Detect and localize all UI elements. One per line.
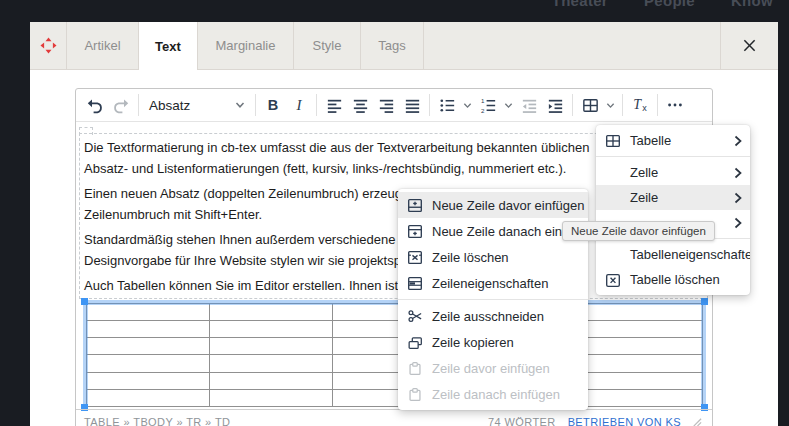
table-cell[interactable] <box>579 372 702 389</box>
toolbar-separator <box>138 94 139 116</box>
clear-formatting-button[interactable]: Tx <box>627 92 653 118</box>
italic-button[interactable]: I <box>286 92 312 118</box>
align-right-icon <box>377 96 396 115</box>
numbered-list-button[interactable]: 1 2 <box>475 92 501 118</box>
editor-toolbar: Absatz B I <box>76 89 712 122</box>
align-justify-icon <box>403 96 422 115</box>
toolbar-separator <box>622 94 623 116</box>
table-row <box>87 321 703 338</box>
bullet-list-icon <box>438 96 457 115</box>
numbered-list-chevron[interactable] <box>501 92 516 118</box>
content-table[interactable] <box>86 303 703 407</box>
table-cell[interactable] <box>87 338 210 355</box>
table-resize-handle[interactable] <box>81 298 88 305</box>
tab-spacer <box>424 22 721 70</box>
menu-item-zeile-ausschneiden[interactable]: Zeile ausschneiden <box>398 303 588 329</box>
menu-item-neue-zeile-danach[interactable]: Neue Zeile danach einfügen <box>398 218 588 244</box>
outdent-icon <box>520 96 539 115</box>
table-cell[interactable] <box>210 372 333 389</box>
table-chevron[interactable] <box>603 92 618 118</box>
format-select[interactable]: Absatz <box>143 92 251 118</box>
table-icon <box>581 96 600 115</box>
clear-formatting-sub: x <box>642 103 647 113</box>
table-cell[interactable] <box>87 304 210 321</box>
close-button[interactable] <box>721 22 778 70</box>
more-button[interactable] <box>662 92 688 118</box>
tab-tags[interactable]: Tags <box>361 22 424 70</box>
paste-icon <box>406 385 426 403</box>
table-cell[interactable] <box>579 355 702 372</box>
italic-label: I <box>297 97 302 114</box>
tab-marginalie[interactable]: Marginalie <box>198 22 294 70</box>
menu-item-label: Zeile <box>630 190 658 205</box>
tab-artikel[interactable]: Artikel <box>67 22 139 70</box>
indent-button[interactable] <box>542 92 568 118</box>
table-cell[interactable] <box>87 355 210 372</box>
numbered-list-icon: 1 2 <box>479 96 498 115</box>
chevron-down-icon <box>463 101 472 110</box>
menu-item-tabelle-loeschen[interactable]: Tabelle löschen <box>596 267 750 292</box>
menu-item-neue-zeile-davor[interactable]: Neue Zeile davor einfügen <box>398 192 588 218</box>
menu-item-zeile-danach-einfuegen: Zeile danach einfügen <box>398 381 588 407</box>
table-cell[interactable] <box>210 321 333 338</box>
menu-item-zeile-loeschen[interactable]: Zeile löschen <box>398 244 588 270</box>
chevron-right-icon <box>734 167 742 179</box>
element-path[interactable]: TABLE » TBODY » TR » TD <box>84 416 488 426</box>
tab-text[interactable]: Text <box>139 22 198 70</box>
toolbar-separator <box>657 94 658 116</box>
clear-formatting-label: T <box>633 97 641 113</box>
table-cell[interactable] <box>210 304 333 321</box>
tab-style[interactable]: Style <box>294 22 361 70</box>
insert-row-below-icon <box>406 222 426 240</box>
chevron-down-icon <box>504 101 513 110</box>
align-left-button[interactable] <box>321 92 347 118</box>
align-right-button[interactable] <box>373 92 399 118</box>
table-row <box>87 355 703 372</box>
table-cell[interactable] <box>579 321 702 338</box>
bg-nav-item: Know <box>731 0 773 9</box>
table-cell[interactable] <box>87 389 210 406</box>
menu-item-zeile-davor-einfuegen: Zeile davor einfügen <box>398 355 588 381</box>
menu-item-zeile-kopieren[interactable]: Zeile kopieren <box>398 329 588 355</box>
menu-item-tabelle[interactable]: Tabelle <box>596 128 750 153</box>
bold-button[interactable]: B <box>260 92 286 118</box>
table-row <box>87 304 703 321</box>
menu-item-zeile[interactable]: Zeile <box>596 185 750 210</box>
bullet-list-chevron[interactable] <box>460 92 475 118</box>
menu-item-zeileneigenschaften[interactable]: Zeileneigenschaften <box>398 270 588 296</box>
table-cell[interactable] <box>579 389 702 406</box>
ellipsis-icon <box>666 96 684 114</box>
outdent-button[interactable] <box>516 92 542 118</box>
row-submenu: Neue Zeile davor einfügen Neue Zeile dan… <box>398 189 588 410</box>
table-button[interactable] <box>577 92 603 118</box>
toolbar-separator <box>316 94 317 116</box>
menu-item-label: Zeile kopieren <box>432 335 514 350</box>
table-menu: Tabelle Zelle Zeile Tabelleneigenschafte… <box>596 125 750 295</box>
table-resize-handle[interactable] <box>701 298 708 305</box>
move-handle[interactable] <box>30 22 67 70</box>
table-cell[interactable] <box>210 338 333 355</box>
menu-item-label: Zeileneigenschaften <box>432 276 548 291</box>
insert-row-above-icon <box>406 196 426 214</box>
bullet-list-button[interactable] <box>434 92 460 118</box>
table-cell[interactable] <box>87 372 210 389</box>
table-cell[interactable] <box>87 321 210 338</box>
branding-link[interactable]: BETRIEBEN VON KS <box>568 416 681 426</box>
align-left-icon <box>325 96 344 115</box>
align-justify-button[interactable] <box>399 92 425 118</box>
resize-grip-icon[interactable] <box>691 416 702 426</box>
redo-button[interactable] <box>108 92 134 118</box>
copy-icon <box>406 333 426 351</box>
toolbar-separator <box>429 94 430 116</box>
table-cell[interactable] <box>579 338 702 355</box>
align-center-button[interactable] <box>347 92 373 118</box>
table-cell[interactable] <box>579 304 702 321</box>
table-cell[interactable] <box>210 355 333 372</box>
menu-item-zelle[interactable]: Zelle <box>596 160 750 185</box>
table-cell[interactable] <box>210 389 333 406</box>
row-properties-icon <box>406 274 426 292</box>
undo-button[interactable] <box>82 92 108 118</box>
menu-item-tabelleneigenschaften[interactable]: Tabelleneigenschaften <box>596 242 750 267</box>
menu-item-label: Zeile danach einfügen <box>432 387 560 402</box>
table-selection-left <box>83 300 88 409</box>
